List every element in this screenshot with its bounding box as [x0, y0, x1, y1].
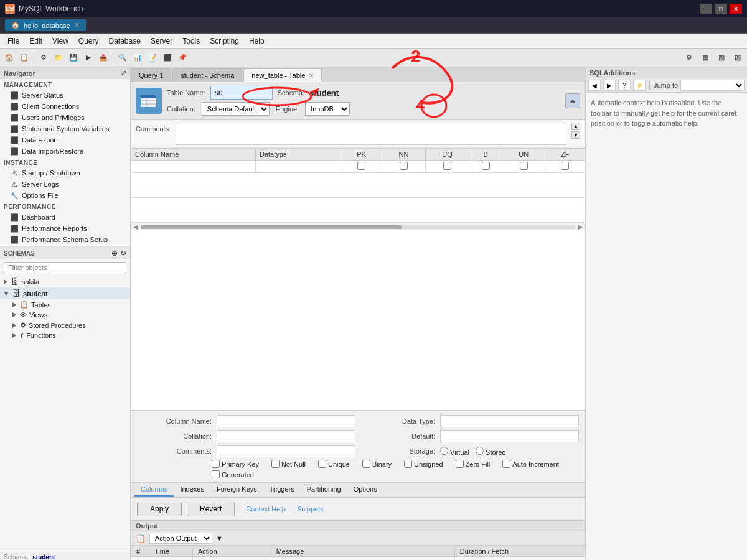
comments-input[interactable] — [176, 123, 566, 145]
tab-partitioning[interactable]: Partitioning — [301, 483, 347, 497]
tb-btn4[interactable]: 📁 — [52, 51, 65, 65]
virtual-radio-label[interactable]: Virtual — [440, 447, 469, 456]
sql-prev-btn[interactable]: ◀ — [588, 80, 601, 91]
tb-btn3[interactable]: ⚙ — [37, 51, 50, 65]
tb-btn9[interactable]: 📊 — [131, 51, 144, 65]
tab-new-table-close[interactable]: ✕ — [309, 72, 314, 79]
nav-server-logs[interactable]: ⚠ Server Logs — [0, 179, 130, 190]
tb-btn7[interactable]: 📤 — [96, 51, 110, 65]
tab-student-schema[interactable]: student - Schema — [172, 68, 242, 82]
tb-layout1[interactable]: ▦ — [698, 51, 712, 65]
h-scrollbar-thumb[interactable] — [141, 225, 402, 229]
h-scrollbar-track[interactable] — [141, 225, 575, 229]
stored-radio-label[interactable]: Stored — [476, 447, 505, 456]
tb-btn2[interactable]: 📋 — [17, 51, 31, 65]
nn-checkbox[interactable] — [400, 162, 408, 170]
sql-auto-btn[interactable]: ⚡ — [633, 80, 646, 91]
nav-users-privileges[interactable]: ⬛ Users and Privileges — [0, 112, 130, 123]
tab-columns[interactable]: Columns — [134, 483, 174, 497]
schema-sakila[interactable]: 🗄 sakila — [0, 276, 130, 287]
collation-editor-input[interactable] — [217, 430, 355, 442]
tb-layout2[interactable]: ▧ — [715, 51, 728, 65]
zf-checkbox[interactable] — [561, 162, 569, 170]
db-tab[interactable]: 🏠 hello_database ✕ — [5, 19, 86, 31]
tb-btn5[interactable]: 💾 — [67, 51, 80, 65]
schema-refresh-icon[interactable]: ↻ — [120, 249, 126, 258]
nav-server-status[interactable]: ⬛ Server Status — [0, 90, 130, 101]
action-output-select[interactable]: Action Output History Output Text Output — [149, 533, 212, 544]
nav-expand-icon[interactable]: ⤢ — [121, 69, 126, 77]
tb-new-connection[interactable]: 🏠 — [2, 51, 16, 65]
binary-cb[interactable] — [362, 460, 370, 468]
col-name-input[interactable] — [217, 415, 355, 427]
nn-cb[interactable] — [271, 460, 280, 468]
close-button[interactable]: ✕ — [730, 4, 742, 14]
pk-cb[interactable] — [212, 460, 220, 468]
menu-tools[interactable]: Tools — [177, 35, 205, 47]
nav-data-export[interactable]: ⬛ Data Export — [0, 134, 130, 146]
views-item[interactable]: 👁 Views — [0, 310, 130, 320]
tab-new-table[interactable]: new_table - Table ✕ — [243, 68, 322, 82]
revert-button[interactable]: Revert — [187, 502, 235, 516]
comments-editor-input[interactable] — [217, 445, 355, 457]
nav-perf-reports[interactable]: ⬛ Performance Reports — [0, 223, 130, 234]
sql-context-btn[interactable]: ? — [618, 80, 631, 91]
menu-server[interactable]: Server — [146, 35, 177, 47]
nn-label[interactable]: Not Null — [271, 460, 306, 468]
nav-client-connections[interactable]: ⬛ Client Connections — [0, 101, 130, 112]
filter-input[interactable] — [4, 262, 126, 273]
tab-indexes[interactable]: Indexes — [174, 483, 210, 497]
db-tab-close[interactable]: ✕ — [74, 21, 80, 29]
h-scrollbar[interactable]: ◀ ▶ — [131, 223, 585, 230]
collapse-button[interactable]: ⏶ — [565, 93, 580, 108]
menu-database[interactable]: Database — [104, 35, 146, 47]
nav-data-import[interactable]: ⬛ Data Import/Restore — [0, 146, 130, 157]
tb-btn8[interactable]: 🔍 — [116, 51, 129, 65]
binary-label[interactable]: Binary — [362, 460, 392, 468]
default-input[interactable] — [440, 430, 579, 442]
context-help-link[interactable]: Context Help — [246, 505, 286, 513]
generated-label[interactable]: Generated — [212, 470, 254, 478]
tb-btn12[interactable]: 📌 — [176, 51, 189, 65]
comments-scroll-up[interactable]: ▲ — [571, 123, 580, 130]
generated-cb[interactable] — [212, 470, 220, 478]
stored-procs-item[interactable]: ⚙ Stored Procedures — [0, 320, 130, 330]
autoincrement-cb[interactable] — [502, 460, 510, 468]
pk-checkbox[interactable] — [357, 162, 365, 170]
snippets-link[interactable]: Snippets — [297, 505, 324, 513]
sql-next-btn[interactable]: ▶ — [603, 80, 616, 91]
nav-dashboard[interactable]: ⬛ Dashboard — [0, 212, 130, 223]
menu-query[interactable]: Query — [73, 35, 104, 47]
unique-cb[interactable] — [318, 460, 326, 468]
menu-scripting[interactable]: Scripting — [205, 35, 244, 47]
output-dropdown-arrow[interactable]: ▼ — [216, 534, 223, 542]
schema-add-icon[interactable]: ⊕ — [111, 249, 118, 258]
menu-file[interactable]: File — [2, 35, 24, 47]
menu-edit[interactable]: Edit — [24, 35, 47, 47]
tables-item[interactable]: 📋 Tables — [0, 299, 130, 310]
tab-triggers[interactable]: Triggers — [263, 483, 301, 497]
schema-student[interactable]: 🗄 student — [0, 287, 130, 299]
virtual-radio[interactable] — [440, 447, 448, 455]
tb-layout3[interactable]: ▨ — [731, 51, 745, 65]
tb-btn6[interactable]: ▶ — [82, 51, 95, 65]
tb-settings[interactable]: ⚙ — [682, 51, 696, 65]
table-name-input[interactable] — [210, 86, 273, 100]
nav-options-file[interactable]: 🔧 Options File — [0, 190, 130, 201]
menu-help[interactable]: Help — [244, 35, 270, 47]
functions-item[interactable]: ƒ Functions — [0, 330, 130, 340]
collation-select[interactable]: Schema Default utf8_general_ci — [202, 102, 270, 116]
autoincrement-label[interactable]: Auto Increment — [502, 460, 559, 468]
unique-label[interactable]: Unique — [318, 460, 350, 468]
nav-startup-shutdown[interactable]: ⚠ Startup / Shutdown — [0, 167, 130, 179]
nav-status-variables[interactable]: ⬛ Status and System Variables — [0, 123, 130, 134]
unsigned-cb[interactable] — [404, 460, 412, 468]
zerofill-cb[interactable] — [456, 460, 464, 468]
uq-checkbox[interactable] — [443, 162, 451, 170]
menu-view[interactable]: View — [47, 35, 73, 47]
tab-options[interactable]: Options — [347, 483, 383, 497]
maximize-button[interactable]: □ — [715, 4, 727, 14]
data-type-input[interactable] — [440, 415, 579, 427]
stored-radio[interactable] — [476, 447, 484, 455]
apply-button[interactable]: Apply — [137, 502, 182, 516]
